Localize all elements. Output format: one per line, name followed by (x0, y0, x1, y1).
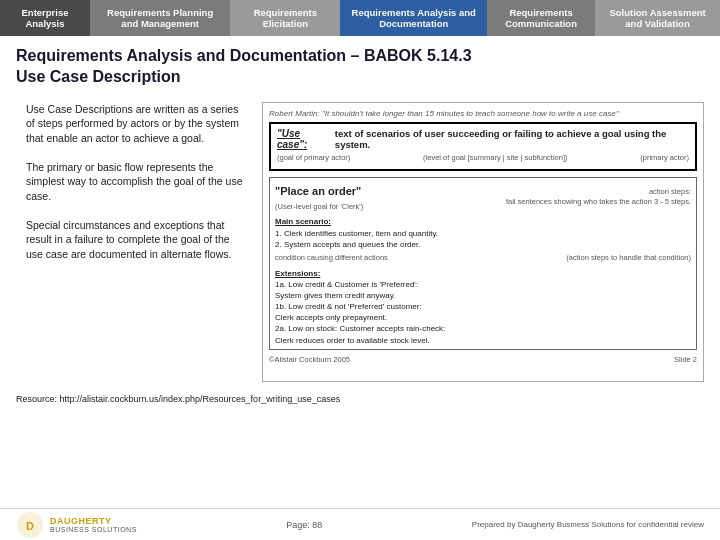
svg-text:D: D (26, 520, 34, 532)
para2: The primary or basic flow represents the… (16, 160, 246, 204)
nav-communication[interactable]: Requirements Communication (487, 0, 595, 36)
page-number: Page: 88 (286, 520, 322, 530)
diagram-footer: ©Alistair Cockburn 2005 Slide 2 (269, 355, 697, 364)
para1: Use Case Descriptions are written as a s… (16, 102, 246, 146)
diagram-quote: Robert Martin: "It shouldn't take longer… (269, 109, 697, 118)
nav-analysis-doc[interactable]: Requirements Analysis and Documentation (340, 0, 487, 36)
left-column: Use Case Descriptions are written as a s… (16, 102, 246, 382)
page-title: Requirements Analysis and Documentation … (0, 36, 720, 94)
nav-enterprise[interactable]: Enterprise Analysis (0, 0, 90, 36)
footer: D DAUGHERTY BUSINESS SOLUTIONS Page: 88 … (0, 508, 720, 540)
footer-prepared-by: Prepared by Daugherty Business Solutions… (472, 520, 704, 529)
footer-logo: D DAUGHERTY BUSINESS SOLUTIONS (16, 511, 137, 539)
content-area: Use Case Descriptions are written as a s… (0, 94, 720, 390)
nav-planning[interactable]: Requirements Planning and Management (90, 0, 230, 36)
diagram-place-order: "Place an order" (User-level goal for 'C… (269, 177, 697, 350)
para3: Special circumstances and exceptions tha… (16, 218, 246, 262)
use-case-box: "Use case": text of scenarios of user su… (269, 122, 697, 171)
nav-solution[interactable]: Solution Assessment and Validation (595, 0, 720, 36)
diagram: Robert Martin: "It shouldn't take longer… (262, 102, 704, 382)
daugherty-logo-icon: D (16, 511, 44, 539)
nav-elicitation[interactable]: Requirements Elicitation (230, 0, 340, 36)
resource-link: Resource: http://alistair.cockburn.us/in… (0, 390, 720, 408)
nav-bar: Enterprise Analysis Requirements Plannin… (0, 0, 720, 36)
